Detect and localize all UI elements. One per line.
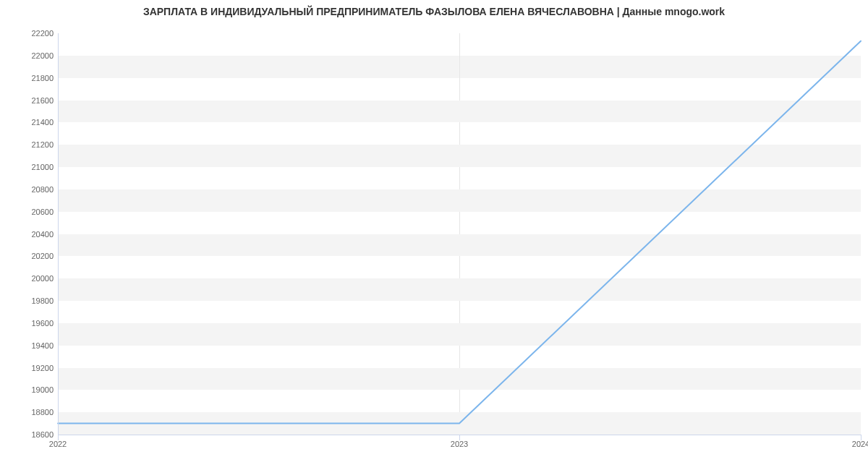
y-tick-label: 19000 xyxy=(31,385,54,394)
y-tick-label: 22200 xyxy=(31,29,54,38)
y-tick-label: 20800 xyxy=(31,185,54,194)
y-tick-label: 20000 xyxy=(31,274,54,283)
x-tick-label: 2024 xyxy=(852,440,868,448)
x-tick-label: 2023 xyxy=(451,440,468,448)
x-tick xyxy=(861,435,861,440)
y-tick-label: 19800 xyxy=(31,296,54,305)
y-tick-label: 18600 xyxy=(31,430,54,439)
x-tick-label: 2022 xyxy=(49,440,67,448)
y-tick-label: 19400 xyxy=(31,341,54,350)
x-tick xyxy=(459,435,460,440)
y-tick-label: 21600 xyxy=(31,96,54,105)
y-tick-label: 20600 xyxy=(31,208,54,216)
y-tick-label: 22000 xyxy=(31,51,54,60)
y-tick-label: 20400 xyxy=(31,230,54,239)
y-tick-label: 19200 xyxy=(31,364,54,372)
y-axis xyxy=(58,33,59,435)
y-tick-label: 20200 xyxy=(31,252,54,260)
y-tick-label: 21400 xyxy=(31,118,54,127)
y-tick-label: 21200 xyxy=(31,140,54,149)
y-tick-label: 21000 xyxy=(31,163,54,171)
x-tick xyxy=(58,435,59,440)
y-tick-label: 19600 xyxy=(31,319,54,328)
y-tick-label: 18800 xyxy=(31,408,54,416)
salary-line-chart: ЗАРПЛАТА В ИНДИВИДУАЛЬНЫЙ ПРЕДПРИНИМАТЕЛ… xyxy=(0,0,868,470)
line-series xyxy=(58,33,861,435)
series-path xyxy=(58,41,861,424)
y-tick-label: 21800 xyxy=(31,74,54,82)
chart-title: ЗАРПЛАТА В ИНДИВИДУАЛЬНЫЙ ПРЕДПРИНИМАТЕЛ… xyxy=(0,6,868,17)
plot-area xyxy=(58,33,861,435)
